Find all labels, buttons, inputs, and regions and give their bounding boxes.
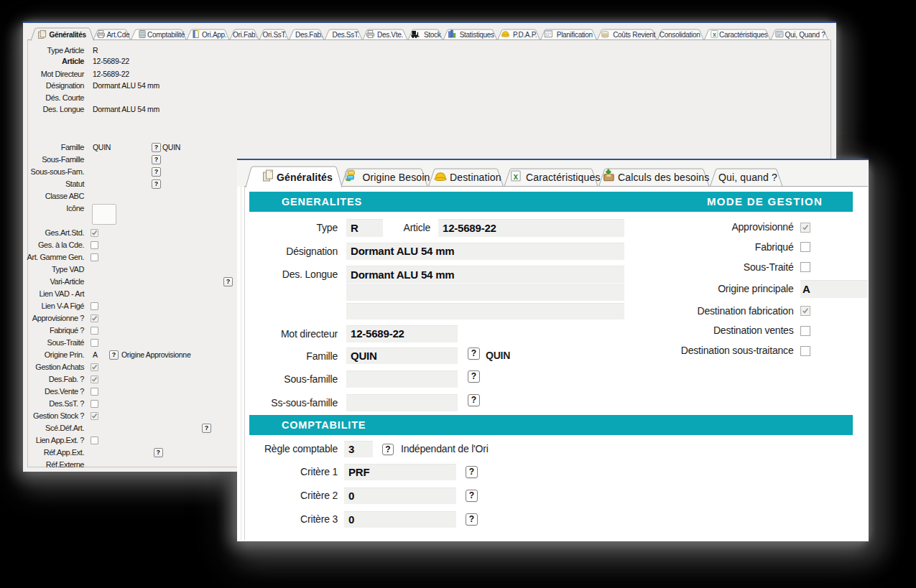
svg-text:Généralités: Généralités	[50, 31, 87, 39]
svg-text:Destination: Destination	[450, 172, 501, 183]
svg-text:Des.SsT.: Des.SsT.	[333, 31, 360, 39]
svg-text:Coûts Revient: Coûts Revient	[613, 31, 655, 39]
svg-text:Qui, quand ?: Qui, quand ?	[718, 172, 777, 183]
svg-text:Caractéristiques: Caractéristiques	[526, 172, 601, 183]
svg-text:Ori.SsT.: Ori.SsT.	[263, 31, 287, 39]
svg-text:Origine Besoin: Origine Besoin	[363, 172, 430, 183]
svg-text:Comptabilité: Comptabilité	[147, 31, 185, 39]
svg-text:x: x	[713, 31, 716, 38]
svg-text:Stock: Stock	[424, 31, 442, 39]
svg-text:Statistiques: Statistiques	[460, 31, 494, 39]
svg-text:Calculs des besoins: Calculs des besoins	[618, 172, 709, 183]
svg-text:Des.Vte.: Des.Vte.	[377, 31, 403, 39]
svg-text:P.D.A.P.: P.D.A.P.	[513, 31, 537, 39]
svg-text:Consolidation: Consolidation	[660, 31, 700, 39]
svg-text:x: x	[514, 172, 519, 182]
svg-text:Caractéristiques: Caractéristiques	[719, 31, 768, 39]
svg-text:Généralités: Généralités	[277, 172, 333, 183]
svg-text:Ori.Fab.: Ori.Fab.	[233, 31, 257, 39]
svg-text:Art.Cde: Art.Cde	[107, 31, 131, 39]
svg-text:Des.Fab.: Des.Fab.	[295, 31, 323, 39]
svg-text:Planification: Planification	[557, 31, 593, 39]
svg-text:Ori.App.: Ori.App.	[202, 31, 226, 39]
svg-text:Qui, Quand ?: Qui, Quand ?	[785, 31, 826, 39]
